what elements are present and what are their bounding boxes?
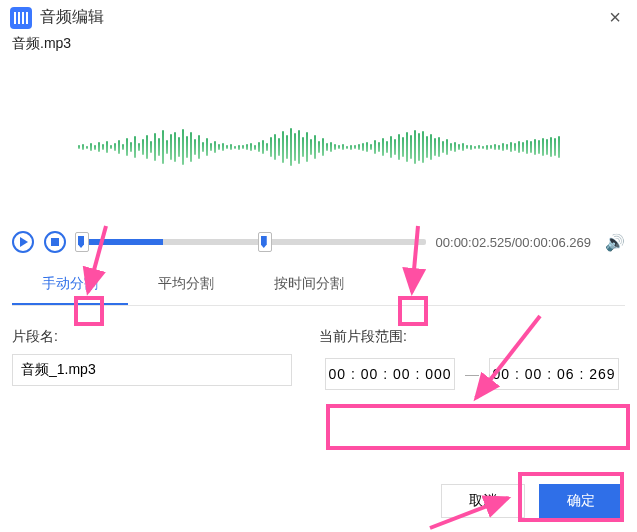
stop-button[interactable] xyxy=(44,231,66,253)
range-start-input[interactable] xyxy=(325,358,455,390)
current-time: 00:00:02.525 xyxy=(436,235,512,250)
segment-range-label: 当前片段范围: xyxy=(319,328,625,346)
window-title: 音频编辑 xyxy=(40,7,104,28)
tab-average-split[interactable]: 平均分割 xyxy=(128,265,244,305)
tabs: 手动分割 平均分割 按时间分割 xyxy=(12,265,625,306)
app-icon xyxy=(10,7,32,29)
range-start-handle[interactable] xyxy=(75,232,89,252)
segment-range-box: — xyxy=(319,354,625,394)
annotation-box-range xyxy=(326,404,630,450)
dialog-footer: 取消 确定 xyxy=(441,484,623,518)
tab-manual-split[interactable]: 手动分割 xyxy=(12,265,128,305)
close-icon[interactable]: × xyxy=(603,6,627,29)
filename-label: 音频.mp3 xyxy=(0,33,637,53)
waveform-area xyxy=(12,77,625,217)
cancel-button[interactable]: 取消 xyxy=(441,484,525,518)
waveform xyxy=(52,117,585,177)
tab-time-split[interactable]: 按时间分割 xyxy=(244,265,374,305)
time-display: 00:00:02.525/00:00:06.269 xyxy=(436,235,591,250)
range-dash: — xyxy=(465,366,479,382)
progress-fill xyxy=(76,239,163,245)
range-end-handle[interactable] xyxy=(258,232,272,252)
ok-button[interactable]: 确定 xyxy=(539,484,623,518)
volume-icon[interactable]: 🔊 xyxy=(605,233,625,252)
play-button[interactable] xyxy=(12,231,34,253)
segment-name-input[interactable] xyxy=(12,354,292,386)
total-time: 00:00:06.269 xyxy=(515,235,591,250)
player-controls: 00:00:02.525/00:00:06.269 🔊 xyxy=(0,225,637,255)
segment-name-label: 片段名: xyxy=(12,328,292,346)
progress-track[interactable] xyxy=(76,239,426,245)
segment-form: 片段名: 当前片段范围: — xyxy=(12,328,625,394)
title-bar: 音频编辑 × xyxy=(0,0,637,33)
range-end-input[interactable] xyxy=(489,358,619,390)
